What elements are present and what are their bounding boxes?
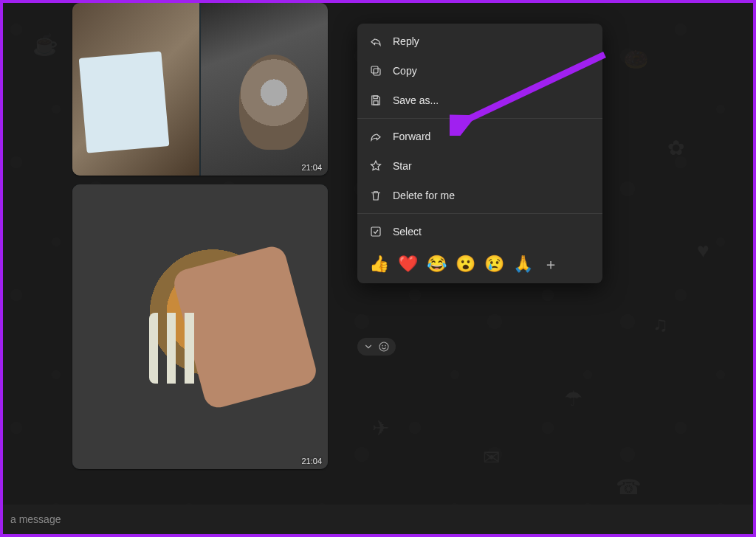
menu-label: Forward	[393, 131, 430, 142]
message-image[interactable]	[201, 3, 328, 176]
reply-icon	[369, 35, 382, 48]
menu-label: Star	[393, 160, 412, 172]
menu-copy[interactable]: Copy	[357, 56, 602, 86]
svg-rect-4	[371, 66, 378, 73]
save-icon	[369, 94, 382, 107]
svg-rect-5	[374, 96, 377, 99]
svg-point-2	[385, 345, 386, 347]
menu-reply[interactable]: Reply	[357, 27, 602, 56]
reaction-sad[interactable]: 😢	[484, 256, 504, 272]
message-timestamp: 21:04	[301, 163, 322, 172]
reaction-heart[interactable]: ❤️	[398, 256, 418, 272]
scroll-down-pill[interactable]	[357, 338, 396, 356]
reaction-thumbs-up[interactable]: 👍	[369, 256, 389, 272]
svg-point-1	[382, 345, 383, 347]
forward-icon	[369, 130, 382, 143]
menu-separator	[357, 118, 602, 119]
menu-select[interactable]: Select	[357, 217, 602, 246]
message-input-placeholder: a message	[10, 513, 61, 525]
trash-icon	[369, 189, 382, 202]
reaction-wow[interactable]: 😮	[456, 256, 475, 272]
message-timestamp: 21:04	[301, 457, 322, 465]
svg-point-0	[379, 342, 388, 351]
reaction-laugh[interactable]: 😂	[427, 256, 447, 272]
menu-label: Delete for me	[393, 190, 455, 201]
svg-rect-7	[371, 227, 380, 236]
emoji-icon	[378, 341, 390, 353]
menu-forward[interactable]: Forward	[357, 122, 602, 151]
svg-rect-3	[374, 69, 380, 75]
menu-separator	[357, 213, 602, 214]
menu-label: Reply	[393, 35, 419, 47]
message-image[interactable]	[72, 184, 328, 469]
menu-star[interactable]: Star	[357, 151, 602, 181]
reaction-row: 👍 ❤️ 😂 😮 😢 🙏 ＋	[357, 246, 602, 280]
context-menu: Reply Copy Save as... Forward Star Delet…	[357, 24, 602, 283]
message-media[interactable]: 21:04	[72, 184, 328, 469]
menu-delete[interactable]: Delete for me	[357, 181, 602, 210]
message-image[interactable]	[72, 3, 199, 176]
copy-icon	[369, 64, 382, 77]
menu-label: Save as...	[393, 94, 439, 106]
menu-save-as[interactable]: Save as...	[357, 86, 602, 115]
checkbox-icon	[369, 225, 382, 238]
reaction-pray[interactable]: 🙏	[513, 256, 533, 272]
message-input-bar[interactable]: a message	[3, 505, 753, 534]
svg-rect-6	[374, 101, 378, 105]
star-icon	[369, 159, 382, 173]
chevron-down-icon	[363, 342, 374, 352]
message-media-grid[interactable]: 21:04	[72, 3, 328, 176]
reaction-more[interactable]: ＋	[542, 255, 560, 273]
menu-label: Select	[393, 226, 422, 238]
menu-label: Copy	[393, 65, 417, 77]
